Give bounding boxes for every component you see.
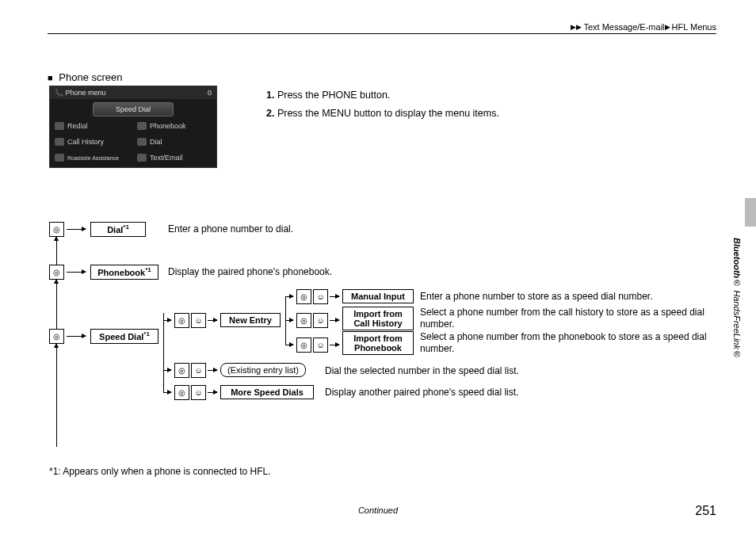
crumb-2: HFL Menus [672, 22, 716, 32]
step-1: Press the PHONE button. [277, 90, 390, 101]
arrow-icon [330, 296, 339, 297]
menu-diagram: ◎ Dial*1 Enter a phone number to dial. ◎… [49, 222, 707, 460]
arrow-icon [285, 345, 293, 345]
arrow-icon [163, 392, 171, 393]
section-title: ■ Phone screen [48, 71, 123, 83]
arrow-icon [330, 320, 339, 321]
selector-voice-icon: ◎☺ [174, 313, 206, 328]
square-icon: ■ [48, 73, 53, 82]
textemail-icon [137, 154, 147, 162]
menu-speed-dial: Speed Dial*1 [90, 329, 158, 344]
page-number: 251 [695, 504, 716, 518]
arrow-icon [67, 336, 86, 337]
arrow-icon [163, 320, 171, 321]
selector-voice-icon: ◎☺ [174, 385, 206, 400]
connector-line [163, 384, 164, 393]
existing-desc: Dial the selected number in the speed di… [325, 365, 519, 377]
arrow-icon [163, 370, 171, 371]
menu-more-speed-dials: More Speed Dials [220, 385, 314, 399]
selector-icon: ◎ [49, 265, 64, 280]
arrow-icon [67, 229, 86, 230]
ps-phonebook: Phonebook [150, 122, 186, 130]
ps-textemail: Text/Email [150, 154, 183, 162]
connector-line [163, 313, 164, 386]
selector-voice-icon: ◎☺ [174, 363, 206, 378]
menu-dial: Dial*1 [90, 222, 146, 237]
connector-line [285, 296, 286, 345]
phone-menu-screenshot: 📞 Phone menu 0 Speed Dial Redial Phonebo… [49, 86, 217, 168]
ps-title: 📞 Phone menu [55, 89, 106, 97]
ps-roadside: Roadside Assistance [67, 155, 119, 161]
dial-desc: Enter a phone number to dial. [168, 223, 293, 235]
footnote: *1: Appears only when a phone is connect… [49, 466, 271, 477]
triangle-icon: ▶ [665, 23, 670, 31]
arrow-up-icon [56, 280, 57, 329]
arrow-icon [208, 392, 217, 393]
callhistory-icon [55, 138, 64, 146]
arrow-icon [285, 320, 293, 321]
phonebook-desc: Display the paired phone's phonebook. [168, 266, 332, 278]
arrow-up-icon [56, 237, 57, 265]
selector-icon: ◎ [49, 222, 64, 237]
header-rule [48, 33, 716, 34]
arrow-icon [208, 370, 217, 371]
continued-label: Continued [358, 505, 398, 515]
side-tab [745, 198, 756, 227]
steps: 1. Press the PHONE button. 2. Press the … [266, 89, 504, 125]
ps-callhistory: Call History [67, 138, 104, 146]
arrow-icon [330, 345, 339, 345]
side-label: Bluetooth® HandsFreeLink® [732, 238, 742, 359]
ps-redial: Redial [67, 122, 88, 130]
selector-voice-icon: ◎☺ [296, 338, 328, 353]
import-pb-desc: Select a phone number from the phonebook… [420, 331, 713, 355]
phonebook-icon [137, 122, 147, 130]
menu-new-entry: New Entry [220, 313, 281, 327]
roadside-icon [55, 154, 64, 162]
dial-icon [137, 138, 147, 146]
selector-icon: ◎ [49, 329, 64, 344]
ps-dial: Dial [150, 138, 162, 146]
import-call-desc: Select a phone number from the call hist… [420, 307, 713, 330]
arrow-up-icon [56, 344, 57, 447]
arrow-icon [285, 296, 293, 297]
triangle-icon: ▶▶ [571, 23, 582, 31]
menu-existing-entry: (Existing entry list) [220, 363, 306, 377]
menu-manual-input: Manual Input [342, 289, 414, 303]
menu-import-call-history: Import from Call History [342, 307, 414, 330]
arrow-icon [208, 320, 217, 321]
crumb-1: Text Message/E-mail [583, 22, 664, 32]
redial-icon [55, 122, 64, 130]
manual-input-desc: Enter a phone number to store as a speed… [420, 291, 713, 303]
menu-phonebook: Phonebook*1 [90, 265, 158, 280]
menu-import-phonebook: Import from Phonebook [342, 331, 414, 355]
more-sd-desc: Display another paired phone's speed dia… [325, 387, 518, 399]
step-2: Press the MENU button to display the men… [277, 108, 499, 119]
ps-signal: 0 [208, 89, 212, 97]
selector-voice-icon: ◎☺ [296, 313, 328, 328]
selector-voice-icon: ◎☺ [296, 289, 328, 304]
breadcrumb: ▶▶ Text Message/E-mail ▶ HFL Menus [571, 22, 716, 32]
arrow-icon [67, 272, 86, 273]
ps-speed-dial: Speed Dial [93, 102, 174, 116]
section-title-text: Phone screen [59, 71, 122, 83]
